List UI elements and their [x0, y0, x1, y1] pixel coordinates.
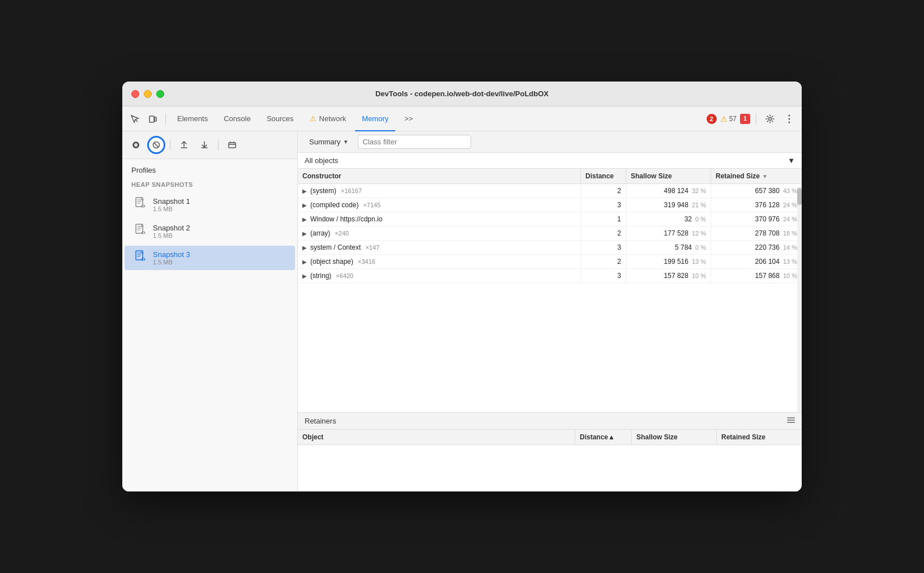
- heap-table[interactable]: ▶ (system) ×16167 2 498 124 32 %: [298, 184, 802, 412]
- td-shallow-0: 498 124 32 %: [626, 184, 711, 198]
- td-distance-3: 2: [581, 226, 626, 240]
- top-toolbar: Elements Console Sources ⚠ Network Memor…: [122, 106, 802, 131]
- td-constructor-0: ▶ (system) ×16167: [298, 184, 581, 198]
- profiles-label: Profiles: [122, 159, 297, 178]
- th-retainer-retained[interactable]: Retained Size: [717, 430, 802, 444]
- record-button[interactable]: [127, 136, 145, 154]
- th-retainer-shallow[interactable]: Shallow Size: [632, 430, 717, 444]
- heap-snapshots-label: HEAP SNAPSHOTS: [122, 178, 297, 191]
- error-badge: 2: [707, 114, 717, 124]
- download-button[interactable]: [195, 136, 213, 154]
- settings-icon[interactable]: [762, 111, 778, 127]
- th-shallow-size[interactable]: Shallow Size: [626, 169, 711, 183]
- warning-badge: ⚠ 57: [720, 114, 737, 123]
- td-constructor-3: ▶ (array) ×240: [298, 226, 581, 240]
- memory-toolbar: [122, 131, 297, 159]
- more-options-icon[interactable]: [781, 111, 797, 127]
- snapshot-icon-1: [134, 197, 147, 212]
- memory-toolbar-sep: [170, 139, 170, 151]
- retainers-label: Retainers: [305, 417, 336, 425]
- expand-icon-3[interactable]: ▶: [302, 230, 308, 237]
- title-bar: DevTools - codepen.io/web-dot-dev/live/P…: [122, 82, 802, 106]
- table-row[interactable]: ▶ (system) ×16167 2 498 124 32 %: [298, 184, 802, 198]
- td-distance-1: 3: [581, 198, 626, 212]
- snapshot-size-2: 1.5 MB: [153, 232, 190, 239]
- tab-console[interactable]: Console: [217, 106, 258, 131]
- filter-bar: Summary ▼: [298, 131, 802, 153]
- clear-profiles-button[interactable]: [223, 136, 241, 154]
- snapshot-icon-3: [134, 250, 147, 266]
- svg-point-6: [789, 121, 790, 123]
- retainers-menu-icon[interactable]: [787, 416, 795, 426]
- devtools-window: DevTools - codepen.io/web-dot-dev/live/P…: [122, 82, 802, 491]
- expand-icon-2[interactable]: ▶: [302, 216, 308, 223]
- table-row[interactable]: ▶ Window / https://cdpn.io 1 32 0 %: [298, 212, 802, 226]
- expand-icon-0[interactable]: ▶: [302, 188, 308, 194]
- td-shallow-4: 5 784 0 %: [626, 241, 711, 254]
- right-panel: Summary ▼ All objects ▼ Constructor: [298, 131, 802, 491]
- td-shallow-1: 319 948 21 %: [626, 198, 711, 212]
- expand-icon-6[interactable]: ▶: [302, 273, 308, 279]
- expand-icon-5[interactable]: ▶: [302, 259, 308, 265]
- td-distance-4: 3: [581, 241, 626, 254]
- svg-point-5: [789, 118, 790, 119]
- tab-memory[interactable]: Memory: [355, 106, 395, 131]
- retainers-body-empty: [298, 445, 802, 485]
- table-row[interactable]: ▶ (string) ×6420 3 157 828 10 %: [298, 269, 802, 283]
- scrollbar-thumb[interactable]: [797, 188, 802, 205]
- minimize-button[interactable]: [144, 90, 152, 98]
- all-objects-arrow-icon[interactable]: ▼: [788, 156, 795, 165]
- table-row[interactable]: ▶ (array) ×240 2 177 528 12 %: [298, 226, 802, 241]
- td-retained-0: 657 380 43 %: [711, 184, 802, 198]
- warning-icon-badge: ⚠: [720, 114, 728, 123]
- table-row[interactable]: ▶ (compiled code) ×7145 3 319 948 21 %: [298, 198, 802, 212]
- device-mode-icon[interactable]: [145, 111, 161, 127]
- sort-arrow-icon: ▼: [762, 173, 768, 179]
- th-object[interactable]: Object: [298, 430, 575, 444]
- snapshot-icon-2: [134, 224, 147, 239]
- tab-network[interactable]: ⚠ Network: [303, 106, 353, 131]
- svg-rect-19: [787, 420, 795, 421]
- scrollbar-track: [797, 187, 802, 412]
- retainers-header: Retainers: [298, 412, 802, 430]
- td-distance-0: 2: [581, 184, 626, 198]
- th-retainer-distance[interactable]: Distance▲: [575, 430, 632, 444]
- td-constructor-4: ▶ system / Context ×147: [298, 241, 581, 254]
- snapshot-item-2[interactable]: Snapshot 2 1.5 MB: [125, 219, 295, 243]
- clear-button[interactable]: [147, 136, 165, 154]
- td-constructor-1: ▶ (compiled code) ×7145: [298, 198, 581, 212]
- toolbar-separator-2: [756, 113, 756, 125]
- close-button[interactable]: [131, 90, 139, 98]
- snapshot-name-2: Snapshot 2: [153, 224, 190, 232]
- td-distance-6: 3: [581, 269, 626, 283]
- upload-button[interactable]: [175, 136, 193, 154]
- snapshot-name-3: Snapshot 3: [153, 250, 190, 259]
- table-header: Constructor Distance Shallow Size Retain…: [298, 169, 802, 184]
- td-constructor-6: ▶ (string) ×6420: [298, 269, 581, 283]
- summary-dropdown[interactable]: Summary ▼: [305, 135, 353, 148]
- table-row[interactable]: ▶ system / Context ×147 3 5 784 0 %: [298, 241, 802, 255]
- tab-more[interactable]: >>: [397, 106, 420, 131]
- expand-icon-1[interactable]: ▶: [302, 202, 308, 208]
- info-count: 1: [740, 114, 750, 124]
- dropdown-arrow-icon: ▼: [343, 139, 349, 145]
- svg-rect-11: [229, 143, 236, 148]
- class-filter-input[interactable]: [358, 135, 471, 149]
- td-retained-6: 157 868 10 %: [711, 269, 802, 283]
- snapshot-size-1: 1.5 MB: [153, 206, 190, 212]
- tab-elements[interactable]: Elements: [170, 106, 215, 131]
- snapshot-item-3[interactable]: Snapshot 3 1.5 MB: [125, 246, 295, 270]
- td-retained-3: 278 708 18 %: [711, 226, 802, 240]
- snapshot-item-1[interactable]: Snapshot 1 1.5 MB: [125, 193, 295, 217]
- maximize-button[interactable]: [156, 90, 164, 98]
- td-shallow-6: 157 828 10 %: [626, 269, 711, 283]
- select-element-icon[interactable]: [127, 111, 143, 127]
- th-retained-size[interactable]: Retained Size ▼: [711, 169, 802, 183]
- expand-icon-4[interactable]: ▶: [302, 245, 308, 251]
- th-constructor[interactable]: Constructor: [298, 169, 581, 183]
- warning-icon: ⚠: [310, 114, 316, 123]
- toolbar-separator-1: [165, 113, 166, 125]
- th-distance[interactable]: Distance: [581, 169, 626, 183]
- table-row[interactable]: ▶ (object shape) ×3416 2 199 516 13 %: [298, 255, 802, 269]
- tab-sources[interactable]: Sources: [260, 106, 301, 131]
